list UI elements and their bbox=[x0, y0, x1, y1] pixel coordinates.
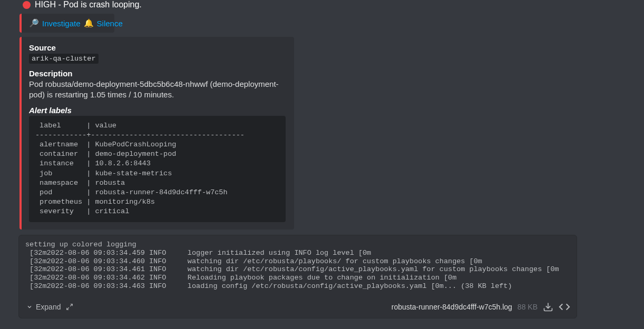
bell-icon: 🔔 bbox=[84, 18, 94, 28]
download-icon[interactable] bbox=[543, 302, 553, 312]
alert-title-row: HIGH - Pod is crash looping. bbox=[18, 0, 626, 14]
action-links-row: 🔎 Investigate 🔔 Silence bbox=[19, 14, 114, 33]
log-filesize: 88 KB bbox=[518, 303, 538, 311]
popout-icon[interactable] bbox=[66, 303, 73, 311]
description-label: Description bbox=[29, 69, 286, 78]
silence-link[interactable]: Silence bbox=[97, 19, 123, 28]
source-value: arik-qa-cluster bbox=[29, 54, 99, 64]
svg-line-0 bbox=[71, 304, 73, 306]
svg-line-1 bbox=[67, 307, 69, 310]
severity-dot-icon bbox=[23, 1, 31, 9]
description-value: Pod robusta/demo-deployment-5dbc5b6c48-n… bbox=[29, 79, 286, 101]
log-content: setting up colored logging [32m2022-08-0… bbox=[19, 235, 577, 298]
log-attachment: setting up colored logging [32m2022-08-0… bbox=[18, 235, 577, 319]
expand-label: Expand bbox=[36, 303, 61, 311]
alert-labels-table: label | value ------------+-------------… bbox=[29, 116, 286, 222]
chevron-down-icon bbox=[26, 304, 33, 310]
alert-labels-title: Alert labels bbox=[29, 106, 286, 115]
source-label: Source bbox=[29, 43, 286, 52]
code-icon[interactable] bbox=[559, 301, 570, 313]
log-filename: robusta-runner-84d9dc4fff-w7c5h.log bbox=[392, 303, 512, 311]
magnify-icon: 🔎 bbox=[29, 18, 39, 28]
alert-title: HIGH - Pod is crash looping. bbox=[35, 0, 142, 9]
attachment-footer: Expand robusta-runner-84d9dc4fff-w7c5h.l… bbox=[19, 298, 577, 318]
investigate-link[interactable]: Investigate bbox=[42, 19, 81, 28]
alert-embed: Source arik-qa-cluster Description Pod r… bbox=[19, 37, 294, 230]
expand-button[interactable]: Expand bbox=[26, 303, 61, 311]
